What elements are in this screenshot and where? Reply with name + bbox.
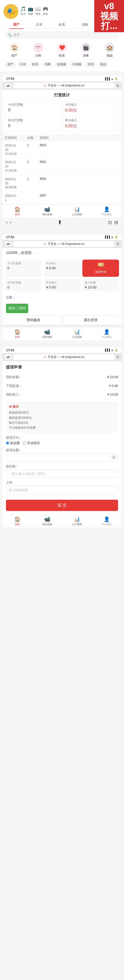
table-row: 2019-11-1017:03:24 1 9623 bbox=[3, 142, 121, 158]
tip-3: 每日可提款5次 bbox=[9, 420, 115, 425]
tabs-icon[interactable]: ⊟ bbox=[114, 220, 118, 225]
method-manual-radio[interactable] bbox=[23, 441, 26, 445]
url-text-2: 不安全 — v8.chayuanma.cn bbox=[48, 242, 85, 246]
battery-icon-2: 🔋 bbox=[115, 235, 118, 239]
home-stats-grid: 今日打赏数 0 今日收入 ¥ 0.00 💴 提现申请 昨日打赏数 0 昨日收入 … bbox=[5, 259, 119, 291]
my-qrcode-button[interactable]: 我的二维码 bbox=[6, 304, 28, 313]
profile-icon: 👤 bbox=[104, 206, 110, 212]
income-label: 我的收入： bbox=[6, 392, 22, 397]
status-bar-3: 17:53 ▐▐▐ ▲ 🔋 bbox=[3, 347, 121, 353]
balance-row: 我的余额： ¥ 10.00 bbox=[6, 373, 118, 382]
tag-domestic[interactable]: 国产 bbox=[5, 62, 16, 67]
method-manual[interactable]: 手动填写 bbox=[23, 441, 40, 445]
game-icon[interactable]: 🎮游戏 bbox=[42, 6, 48, 16]
row2-amount: 1 bbox=[27, 160, 40, 173]
share-button[interactable]: ⬆ bbox=[58, 219, 62, 226]
bottom-nav-3: 🏠 首页 📹 我的视频 📊 公共视频 👤 个人中心 bbox=[3, 514, 121, 528]
row3-resource: 9564 bbox=[40, 177, 52, 189]
tag-quality[interactable]: 精品 bbox=[98, 62, 108, 67]
tip-1: 最低提现100元 bbox=[9, 410, 115, 415]
balance-label: 我的余额： bbox=[6, 375, 22, 379]
amount-label: 提现金额： bbox=[6, 448, 118, 452]
signal-icon-2: ▐▐▐ bbox=[104, 235, 110, 239]
method-qr-radio[interactable] bbox=[6, 441, 9, 445]
browser-bar-2[interactable]: aA ⚠ 不安全 — v8.chayuanma.cn ↻ bbox=[3, 240, 121, 248]
forward-button[interactable]: › bbox=[10, 220, 11, 225]
withdraw-card[interactable]: 💴 提现申请 bbox=[82, 259, 119, 277]
url-bar-3[interactable]: ⚠ 不安全 — v8.chayuanma.cn bbox=[13, 354, 115, 360]
category-western[interactable]: ❤️ 欧美 bbox=[50, 43, 74, 58]
search-bar[interactable]: 🔍 搜索 bbox=[5, 31, 119, 38]
music-icon[interactable]: 🎵音乐 bbox=[20, 6, 26, 16]
account-form-row: 收款账： bbox=[6, 464, 118, 478]
tag-western[interactable]: 欧美 bbox=[30, 62, 41, 67]
browser-bar-3[interactable]: aA ⚠ 不安全 — v8.chayuanma.cn ↻ bbox=[3, 353, 121, 361]
home-balance: 账户余额 ¥ 10.00 bbox=[82, 279, 119, 291]
nav-my-video-3[interactable]: 📹 我的视频 bbox=[32, 516, 62, 526]
change-password-button[interactable]: 密码修改 bbox=[6, 315, 61, 325]
url-bar-1[interactable]: ⚠ 不安全 — v8.chayuanma.cn bbox=[13, 83, 115, 88]
nav-public-video-3[interactable]: 📊 公共视频 bbox=[62, 516, 92, 526]
submit-button[interactable]: 提 交 bbox=[6, 500, 118, 511]
aa-button[interactable]: aA bbox=[5, 84, 11, 88]
col-resource: 资源ID bbox=[40, 136, 52, 140]
tag-hd[interactable]: 清晰 bbox=[42, 62, 53, 67]
tag-short[interactable]: 短视频 bbox=[55, 62, 69, 67]
amount-input[interactable] bbox=[6, 453, 109, 461]
tab-japan[interactable]: 日本 bbox=[28, 21, 50, 29]
tag-long[interactable]: 长视频 bbox=[70, 62, 84, 67]
upload-placeholder[interactable]: 请上传收款图 bbox=[6, 486, 118, 495]
tab-western[interactable]: 欧美 bbox=[50, 21, 74, 29]
bookmark-icon[interactable]: ⊡ bbox=[108, 220, 112, 225]
nav-profile-2[interactable]: 👤 个人中心 bbox=[92, 329, 121, 339]
logout-button[interactable]: 退出登录 bbox=[63, 315, 118, 325]
url-text-3: 不安全 — v8.chayuanma.cn bbox=[48, 355, 85, 359]
category-label: 清晰 bbox=[83, 54, 89, 58]
nav-public-video[interactable]: 📊 公共视频 bbox=[62, 206, 92, 216]
withdraw-title: 提现申请 bbox=[6, 365, 118, 370]
category-hd[interactable]: 🎬 清晰 bbox=[74, 43, 98, 58]
nav-home-3[interactable]: 🏠 首页 bbox=[3, 516, 32, 526]
tag-hq[interactable]: 高清 bbox=[85, 62, 96, 67]
tab-domestic[interactable]: 国产 bbox=[5, 21, 28, 29]
aa-button-3[interactable]: aA bbox=[5, 355, 11, 359]
withdraw-btn[interactable]: 提现申请 bbox=[85, 269, 116, 275]
back-button[interactable]: ‹ bbox=[6, 220, 8, 225]
browser-bar-1[interactable]: aA ⚠ 不安全 — v8.chayuanma.cn ↻ bbox=[3, 81, 121, 90]
nav-public-video-2[interactable]: 📊 公共视频 bbox=[62, 329, 92, 339]
home-today-reward-value: 0 bbox=[8, 266, 39, 270]
refresh-icon[interactable]: ↻ bbox=[116, 84, 119, 88]
western-icon: ❤️ bbox=[57, 43, 67, 52]
tip-4: 平台收取30%手续费 bbox=[9, 425, 115, 430]
row2-extra bbox=[52, 160, 119, 173]
nav-home-label-3: 首页 bbox=[15, 523, 20, 526]
nav-my-video[interactable]: 📹 我的视频 bbox=[32, 206, 62, 216]
category-domestic[interactable]: 🏠 国产 bbox=[3, 43, 26, 58]
public-video-icon: 📊 bbox=[74, 206, 80, 212]
nav-home-2[interactable]: 🏠 首页 bbox=[3, 329, 32, 339]
tab-hd[interactable]: 清晰 bbox=[74, 21, 96, 29]
nav-profile-3[interactable]: 👤 个人中心 bbox=[92, 516, 121, 526]
nav-my-video-2[interactable]: 📹 我的视频 bbox=[32, 329, 62, 339]
read-icon[interactable]: 📖阅读 bbox=[35, 6, 41, 16]
refresh-icon-3[interactable]: ↻ bbox=[116, 355, 119, 359]
url-bar-2[interactable]: ⚠ 不安全 — v8.chayuanma.cn bbox=[13, 241, 115, 247]
yesterday-income-cell: 昨日收入 0.00元 bbox=[62, 116, 119, 131]
category-icons: 🏠 国产 🎌 日韩 ❤️ 欧美 🎬 清晰 🏫 校园 bbox=[3, 41, 121, 60]
nav-profile-label-2: 个人中心 bbox=[102, 335, 111, 339]
time-display-3: 17:53 bbox=[6, 348, 14, 352]
method-qr[interactable]: 收款图 bbox=[6, 441, 20, 445]
public-video-icon-3: 📊 bbox=[74, 516, 80, 522]
account-input[interactable] bbox=[6, 469, 118, 478]
video-icon[interactable]: 📺视频 bbox=[28, 6, 33, 16]
refresh-icon-2[interactable]: ↻ bbox=[116, 242, 119, 246]
nav-home[interactable]: 🏠 首页 bbox=[3, 206, 32, 216]
nav-profile[interactable]: 👤 个人中心 bbox=[92, 206, 121, 216]
welcome-text: 123456，欢迎您, bbox=[3, 248, 121, 258]
category-japan[interactable]: 🎌 日韩 bbox=[26, 43, 50, 58]
aa-button-2[interactable]: aA bbox=[5, 242, 11, 246]
today-income-label: 今日收入 bbox=[65, 103, 116, 107]
tag-japan[interactable]: 日本 bbox=[17, 62, 28, 67]
category-campus[interactable]: 🏫 校园 bbox=[98, 43, 121, 58]
home-today-income-value: ¥ 0.00 bbox=[46, 266, 78, 270]
